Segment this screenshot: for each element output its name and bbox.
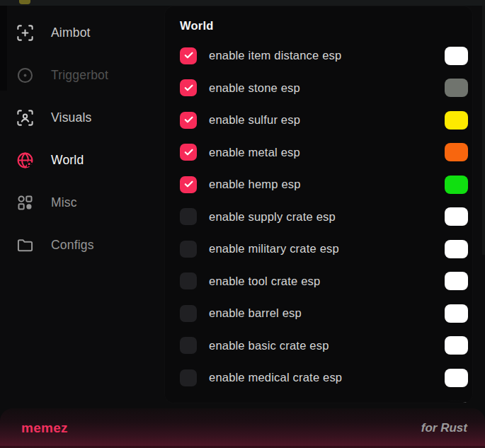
esp-color-swatch[interactable] bbox=[445, 304, 468, 323]
esp-checkbox[interactable] bbox=[180, 272, 197, 289]
esp-option-row-enable-supply-crate-esp: enable supply crate esp bbox=[165, 201, 472, 234]
esp-color-swatch[interactable] bbox=[445, 240, 468, 258]
esp-option-row-enable-metal-esp: enable metal esp bbox=[165, 137, 472, 169]
esp-option-row-enable-sulfur-esp: enable sulfur esp bbox=[165, 104, 472, 137]
esp-option-label: enable medical crate esp bbox=[209, 371, 445, 384]
esp-checkbox[interactable] bbox=[180, 47, 197, 64]
sidebar-item-configs[interactable]: Configs bbox=[0, 224, 164, 266]
panel-title: World bbox=[180, 17, 472, 34]
esp-option-row-enable-tool-crate-esp: enable tool crate esp bbox=[165, 265, 472, 298]
esp-option-label: enable basic crate esp bbox=[209, 339, 445, 352]
person-scan-icon bbox=[16, 108, 35, 127]
esp-color-swatch[interactable] bbox=[445, 369, 468, 387]
esp-color-swatch[interactable] bbox=[445, 207, 468, 226]
esp-options-list: enable item distance esp enable stone es… bbox=[165, 40, 472, 403]
esp-checkbox[interactable] bbox=[180, 401, 197, 403]
checkmark-icon bbox=[183, 147, 194, 158]
sidebar-item-label: World bbox=[51, 153, 84, 168]
sidebar-item-misc[interactable]: Misc bbox=[0, 181, 164, 224]
background-top-strip bbox=[0, 0, 485, 6]
checkmark-icon bbox=[183, 50, 194, 61]
esp-option-row-enable-military-crate-esp: enable military crate esp bbox=[165, 233, 472, 265]
shapes-grid-icon bbox=[16, 193, 35, 212]
esp-option-label: enable military crate esp bbox=[209, 242, 445, 255]
esp-option-row-enable-stone-esp: enable stone esp bbox=[165, 72, 472, 105]
esp-option-row bbox=[165, 394, 472, 404]
esp-color-swatch[interactable] bbox=[445, 272, 468, 290]
esp-option-label: enable hemp esp bbox=[209, 178, 445, 191]
sidebar-item-label: Triggerbot bbox=[51, 68, 108, 83]
esp-checkbox[interactable] bbox=[180, 79, 197, 96]
esp-checkbox[interactable] bbox=[180, 337, 197, 354]
esp-option-label: enable stone esp bbox=[209, 81, 445, 95]
sidebar-item-triggerbot[interactable]: Triggerbot bbox=[0, 54, 164, 96]
sidebar-item-label: Configs bbox=[51, 238, 94, 253]
esp-option-row-enable-barrel-esp: enable barrel esp bbox=[165, 297, 472, 330]
crosshair-scan-icon bbox=[16, 23, 35, 42]
esp-color-swatch[interactable] bbox=[445, 401, 468, 403]
folder-icon bbox=[16, 236, 35, 255]
esp-checkbox[interactable] bbox=[180, 176, 197, 193]
esp-checkbox[interactable] bbox=[180, 369, 197, 386]
esp-option-label: enable metal esp bbox=[209, 146, 445, 159]
esp-option-row-enable-item-distance-esp: enable item distance esp bbox=[165, 40, 472, 72]
background-right-edge bbox=[482, 0, 485, 255]
globe-star-icon bbox=[16, 151, 35, 170]
esp-option-label: enable item distance esp bbox=[209, 49, 445, 62]
esp-checkbox[interactable] bbox=[180, 241, 197, 258]
sidebar-item-visuals[interactable]: Visuals bbox=[0, 96, 164, 139]
checkmark-icon bbox=[183, 83, 194, 93]
esp-color-swatch[interactable] bbox=[445, 143, 468, 161]
esp-color-swatch[interactable] bbox=[445, 47, 468, 65]
brand-name: memez bbox=[21, 420, 68, 436]
esp-option-label: enable supply crate esp bbox=[209, 210, 445, 224]
esp-checkbox[interactable] bbox=[180, 112, 197, 129]
world-panel: World enable item distance esp enable st… bbox=[164, 6, 473, 403]
esp-checkbox[interactable] bbox=[180, 305, 197, 322]
esp-checkbox[interactable] bbox=[180, 208, 197, 225]
sidebar-item-label: Aimbot bbox=[51, 25, 91, 40]
background-artifact bbox=[19, 0, 30, 4]
circle-dot-icon bbox=[16, 66, 35, 85]
checkmark-icon bbox=[183, 179, 194, 190]
esp-option-label: enable tool crate esp bbox=[209, 275, 445, 288]
esp-option-row-enable-medical-crate-esp: enable medical crate esp bbox=[165, 362, 472, 394]
esp-option-row-enable-basic-crate-esp: enable basic crate esp bbox=[165, 330, 472, 362]
sidebar-item-label: Visuals bbox=[51, 110, 92, 125]
esp-option-label: enable barrel esp bbox=[209, 306, 445, 320]
esp-checkbox[interactable] bbox=[180, 144, 197, 161]
sidebar-item-label: Misc bbox=[51, 195, 77, 210]
sidebar: Aimbot Triggerbot Visuals World Misc Con… bbox=[0, 6, 164, 408]
esp-color-swatch[interactable] bbox=[445, 336, 468, 355]
sidebar-item-world[interactable]: World bbox=[0, 139, 164, 181]
esp-option-label: enable sulfur esp bbox=[209, 113, 445, 127]
checkmark-icon bbox=[183, 115, 194, 125]
esp-color-swatch[interactable] bbox=[445, 79, 468, 97]
esp-option-row-enable-hemp-esp: enable hemp esp bbox=[165, 168, 472, 201]
sidebar-item-aimbot[interactable]: Aimbot bbox=[0, 11, 164, 54]
esp-color-swatch[interactable] bbox=[445, 111, 468, 130]
esp-color-swatch[interactable] bbox=[445, 176, 468, 194]
brand-tagline: for Rust bbox=[421, 421, 467, 435]
footer-bar: memez for Rust bbox=[0, 408, 485, 448]
